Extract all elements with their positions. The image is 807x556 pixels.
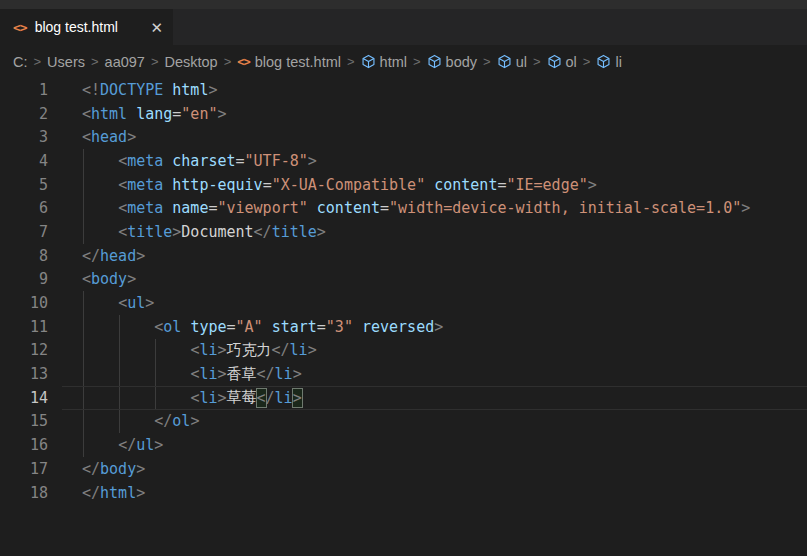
code-line[interactable]: </body> — [82, 457, 807, 481]
code-token: </ — [118, 436, 136, 454]
line-number[interactable]: 4 — [0, 152, 48, 170]
code-token: type — [190, 318, 226, 336]
breadcrumb-label: blog test.html — [255, 54, 341, 70]
code-token — [82, 176, 118, 194]
line-number[interactable]: 9 — [0, 270, 48, 288]
code-token: </ — [254, 223, 272, 241]
code-token — [263, 318, 272, 336]
breadcrumb-segment-blog-test-html[interactable]: <>blog test.html — [237, 54, 341, 70]
code-line[interactable]: <meta charset="UTF-8"> — [82, 149, 807, 173]
code-token — [181, 318, 190, 336]
line-number[interactable]: 3 — [0, 128, 48, 146]
code-line[interactable]: <li>香草</li> — [82, 362, 807, 386]
code-row: 15 </ol> — [0, 410, 807, 434]
line-number[interactable]: 11 — [0, 318, 48, 336]
code-editor: 1<!DOCTYPE html>2<html lang="en">3<head>… — [0, 78, 807, 504]
code-line[interactable]: <li>巧克力</li> — [82, 339, 807, 363]
code-token: li — [275, 389, 293, 407]
matched-bracket: > — [293, 389, 302, 407]
breadcrumb-label: li — [615, 54, 621, 70]
breadcrumb-label: C: — [13, 54, 28, 70]
code-token: < — [118, 294, 127, 312]
code-token — [82, 412, 154, 430]
code-line[interactable]: <ol type="A" start="3" reversed> — [82, 315, 807, 339]
breadcrumb-segment-ul[interactable]: ul — [497, 54, 527, 70]
line-number[interactable]: 12 — [0, 341, 48, 359]
breadcrumb-segment-ol[interactable]: ol — [547, 54, 577, 70]
code-row: 4 <meta charset="UTF-8"> — [0, 149, 807, 173]
code-line[interactable]: <li>草莓</li> — [82, 386, 807, 410]
line-number[interactable]: 7 — [0, 223, 48, 241]
code-token: < — [118, 223, 127, 241]
code-token: = — [497, 176, 506, 194]
code-token: "viewport" — [217, 199, 307, 217]
code-line[interactable]: <title>Document</title> — [82, 220, 807, 244]
breadcrumb-segment-users[interactable]: Users — [47, 54, 85, 70]
code-row: 12 <li>巧克力</li> — [0, 339, 807, 363]
breadcrumb-segment-c-[interactable]: C: — [13, 54, 28, 70]
code-token — [82, 365, 190, 383]
code-line[interactable]: <!DOCTYPE html> — [82, 78, 807, 102]
code-row: 7 <title>Document</title> — [0, 220, 807, 244]
code-token: body — [100, 460, 136, 478]
code-row: 10 <ul> — [0, 291, 807, 315]
breadcrumb-segment-html[interactable]: html — [361, 54, 407, 70]
code-line[interactable]: <meta name="viewport" content="width=dev… — [82, 196, 807, 220]
code-row: 5 <meta http-equiv="X-UA-Compatible" con… — [0, 173, 807, 197]
code-token: title — [272, 223, 317, 241]
code-token: > — [741, 199, 750, 217]
breadcrumb-separator: > — [483, 54, 491, 69]
code-line[interactable]: <html lang="en"> — [82, 102, 807, 126]
code-line[interactable]: </head> — [82, 244, 807, 268]
line-number[interactable]: 15 — [0, 412, 48, 430]
code-token: < — [190, 389, 199, 407]
breadcrumb-segment-li[interactable]: li — [596, 54, 621, 70]
code-line[interactable]: </ul> — [82, 433, 807, 457]
code-token: = — [208, 199, 217, 217]
code-token: "3" — [326, 318, 353, 336]
line-number[interactable]: 2 — [0, 105, 48, 123]
code-token: < — [82, 270, 91, 288]
breadcrumb-segment-desktop[interactable]: Desktop — [164, 54, 217, 70]
code-line[interactable]: </html> — [82, 481, 807, 505]
tab-blog-test-html[interactable]: <> blog test.html ✕ — [0, 9, 173, 45]
line-number[interactable]: 8 — [0, 247, 48, 265]
breadcrumb-segment-aa097[interactable]: aa097 — [105, 54, 145, 70]
line-number[interactable]: 10 — [0, 294, 48, 312]
code-token: = — [380, 199, 389, 217]
line-number[interactable]: 17 — [0, 460, 48, 478]
line-number[interactable]: 6 — [0, 199, 48, 217]
code-token: li — [199, 365, 217, 383]
line-number[interactable]: 14 — [0, 389, 48, 407]
breadcrumb-separator: > — [347, 54, 355, 69]
line-number[interactable]: 1 — [0, 81, 48, 99]
code-token: = — [172, 105, 181, 123]
code-token: > — [588, 176, 597, 194]
code-token: head — [100, 247, 136, 265]
code-line[interactable]: <meta http-equiv="X-UA-Compatible" conte… — [82, 173, 807, 197]
code-line[interactable]: <body> — [82, 268, 807, 292]
breadcrumb-segment-body[interactable]: body — [427, 54, 477, 70]
code-token: 香草 — [227, 365, 257, 384]
code-token: charset — [172, 152, 235, 170]
tab-bar: <> blog test.html ✕ — [0, 9, 807, 45]
html-file-icon: <> — [237, 55, 249, 69]
code-row: 17</body> — [0, 457, 807, 481]
code-line[interactable]: <ul> — [82, 291, 807, 315]
code-line[interactable]: </ol> — [82, 410, 807, 434]
line-number[interactable]: 16 — [0, 436, 48, 454]
code-token: > — [127, 270, 136, 288]
code-token: <! — [82, 81, 100, 99]
close-icon[interactable]: ✕ — [150, 20, 163, 35]
code-row: 11 <ol type="A" start="3" reversed> — [0, 315, 807, 339]
code-token: > — [190, 412, 199, 430]
code-token: content — [434, 176, 497, 194]
line-number[interactable]: 5 — [0, 176, 48, 194]
code-token — [127, 105, 136, 123]
code-token: 巧克力 — [227, 341, 272, 360]
line-number[interactable]: 13 — [0, 365, 48, 383]
code-row: 1<!DOCTYPE html> — [0, 78, 807, 102]
line-number[interactable]: 18 — [0, 484, 48, 502]
code-token: = — [236, 152, 245, 170]
code-line[interactable]: <head> — [82, 125, 807, 149]
